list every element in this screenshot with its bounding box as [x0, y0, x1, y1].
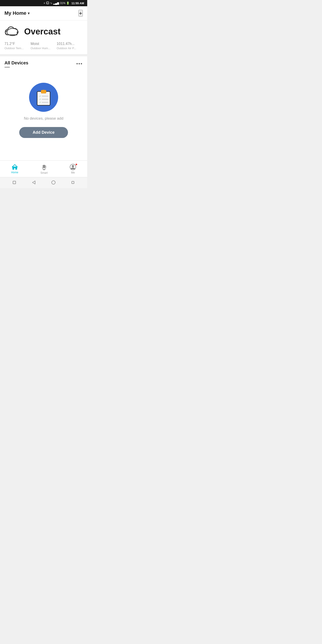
top-header: My Home ▾ +	[0, 6, 87, 20]
nfc-icon: N	[46, 1, 49, 5]
sys-nav-bar	[0, 177, 87, 188]
pressure-value: 1011.47h...	[56, 42, 83, 46]
svg-rect-24	[72, 181, 74, 184]
svg-point-13	[43, 166, 45, 168]
weather-condition: Overcast	[24, 27, 60, 36]
home-nav-label: Home	[11, 171, 18, 174]
svg-text:✓: ✓	[39, 101, 41, 104]
chevron-down-icon: ▾	[28, 11, 30, 16]
devices-title-wrap: All Devices	[4, 60, 28, 68]
devices-header: All Devices •••	[0, 56, 87, 69]
smart-nav-icon	[41, 164, 47, 170]
svg-point-20	[72, 165, 74, 167]
battery-percent: 31%	[60, 2, 65, 5]
overview-square-icon	[71, 181, 75, 184]
back-triangle-icon	[32, 180, 36, 184]
svg-point-18	[46, 167, 46, 168]
empty-message: No devices, please add	[24, 116, 64, 121]
home-circle-icon	[52, 180, 56, 184]
humidity-stat: Moist Outdoor Hum...	[31, 42, 57, 50]
status-time: 11:55 AM	[71, 2, 84, 5]
humidity-value: Moist	[31, 42, 57, 46]
weather-main: Overcast	[4, 26, 83, 37]
clipboard-circle: ✓ ✓ ✓	[29, 83, 58, 112]
recent-apps-button[interactable]	[12, 180, 17, 185]
humidity-label: Outdoor Hum...	[31, 46, 57, 50]
notification-dot	[75, 164, 77, 166]
svg-text:✓: ✓	[39, 98, 41, 100]
back-button[interactable]	[31, 180, 36, 185]
smart-nav-label: Smart	[40, 171, 48, 174]
svg-rect-21	[13, 181, 16, 184]
svg-rect-14	[43, 169, 45, 170]
temperature-stat: 71.2°F Outdoor Tem...	[4, 42, 31, 50]
add-home-button[interactable]: +	[78, 10, 83, 16]
home-button[interactable]	[51, 180, 56, 185]
pressure-label: Outdoor Air P...	[56, 46, 83, 50]
bluetooth-icon: ⌖	[44, 2, 45, 5]
home-title-wrap[interactable]: My Home ▾	[4, 10, 30, 16]
svg-text:✓: ✓	[39, 95, 41, 97]
weather-stats: 71.2°F Outdoor Tem... Moist Outdoor Hum.…	[4, 42, 83, 50]
me-nav-icon	[70, 164, 76, 170]
bottom-nav: Home Smart Me	[0, 160, 87, 177]
temperature-label: Outdoor Tem...	[4, 46, 31, 50]
home-title-text: My Home	[4, 10, 26, 16]
svg-rect-3	[37, 92, 50, 105]
more-options-button[interactable]: •••	[76, 61, 83, 67]
devices-title: All Devices	[4, 60, 28, 66]
weather-section: Overcast 71.2°F Outdoor Tem... Moist Out…	[0, 20, 87, 54]
title-underline	[4, 67, 10, 68]
svg-point-5	[43, 90, 44, 92]
svg-marker-22	[32, 181, 35, 184]
pressure-stat: 1011.47h... Outdoor Air P...	[56, 42, 83, 50]
wifi-icon: ∿	[50, 2, 52, 5]
empty-state: ✓ ✓ ✓ No devices, please add Add Device	[0, 69, 87, 160]
main-content: Overcast 71.2°F Outdoor Tem... Moist Out…	[0, 20, 87, 160]
square-icon	[12, 181, 16, 184]
me-nav-label: Me	[71, 171, 75, 174]
nav-me[interactable]: Me	[65, 163, 80, 175]
nav-smart[interactable]: Smart	[36, 163, 52, 175]
temperature-value: 71.2°F	[4, 42, 31, 46]
signal-icon: ▂▄▆	[53, 2, 59, 5]
clipboard-icon: ✓ ✓ ✓	[36, 88, 52, 106]
status-bar: ⌖ N ∿ ▂▄▆ 31% 🔋 11:55 AM	[0, 0, 87, 6]
overview-button[interactable]	[70, 180, 75, 185]
svg-point-23	[52, 181, 55, 184]
svg-text:N: N	[47, 2, 48, 4]
svg-marker-16	[42, 165, 46, 166]
home-nav-icon	[12, 164, 18, 170]
nav-home[interactable]: Home	[7, 163, 23, 175]
svg-rect-15	[44, 170, 45, 170]
status-icons: ⌖ N ∿ ▂▄▆ 31% 🔋 11:55 AM	[44, 1, 84, 5]
battery-icon: 🔋	[66, 2, 70, 5]
add-device-button[interactable]: Add Device	[19, 127, 68, 138]
